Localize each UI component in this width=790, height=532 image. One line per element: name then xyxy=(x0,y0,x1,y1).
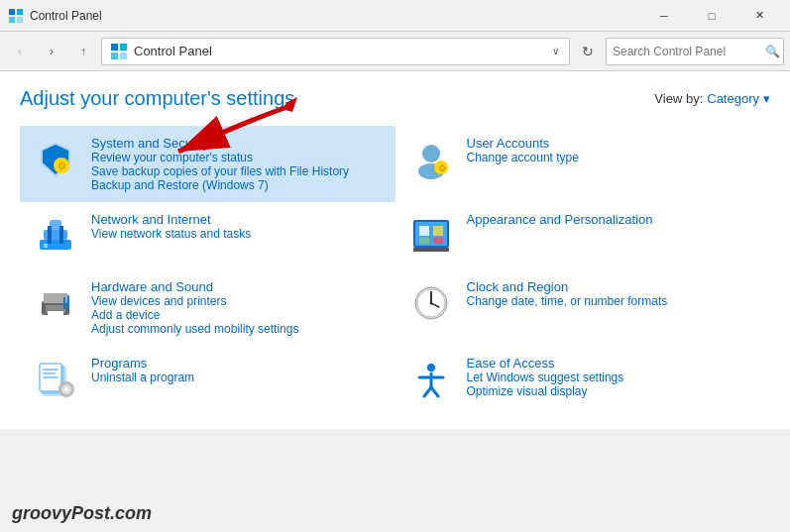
hardware-sound-icon xyxy=(32,279,79,327)
programs-item[interactable]: Programs Uninstall a program xyxy=(20,346,395,413)
svg-rect-2 xyxy=(9,17,15,23)
svg-rect-25 xyxy=(419,226,429,236)
appearance-content: Appearance and Personalization xyxy=(467,212,759,227)
svg-point-12 xyxy=(422,145,440,162)
search-field[interactable]: 🔍 xyxy=(606,38,784,65)
forward-button[interactable]: › xyxy=(38,38,65,65)
svg-text:⚙: ⚙ xyxy=(438,163,446,173)
hardware-sound-link-2[interactable]: Add a device xyxy=(91,308,384,322)
programs-link-1[interactable]: Uninstall a program xyxy=(91,371,384,384)
hardware-sound-item[interactable]: Hardware and Sound View devices and prin… xyxy=(20,269,395,346)
address-cp-icon xyxy=(110,43,128,60)
svg-rect-20 xyxy=(59,226,63,244)
programs-icon xyxy=(32,356,79,403)
svg-rect-33 xyxy=(63,297,65,309)
svg-rect-0 xyxy=(9,9,15,15)
hardware-sound-link-3[interactable]: Adjust commonly used mobility settings xyxy=(91,322,384,336)
address-text: Control Panel xyxy=(134,44,544,58)
hardware-sound-title[interactable]: Hardware and Sound xyxy=(91,279,213,294)
viewby-dropdown-icon[interactable]: ▾ xyxy=(763,91,770,106)
main-content: Adjust your computer's settings View by:… xyxy=(0,71,790,429)
svg-point-49 xyxy=(427,364,435,372)
user-accounts-icon: ⚙ xyxy=(407,136,455,183)
address-dropdown-icon[interactable]: ∨ xyxy=(550,46,561,56)
ease-access-icon xyxy=(407,356,455,403)
svg-rect-26 xyxy=(433,226,443,236)
svg-rect-21 xyxy=(44,244,48,248)
svg-rect-5 xyxy=(120,44,127,51)
svg-rect-32 xyxy=(48,311,63,317)
hardware-sound-link-1[interactable]: View devices and printers xyxy=(91,294,384,308)
search-icon[interactable]: 🔍 xyxy=(765,45,780,58)
system-security-link-1[interactable]: Review your computer's status xyxy=(91,151,384,164)
ease-access-title[interactable]: Ease of Access xyxy=(467,356,555,371)
watermark: groovyPost.com xyxy=(12,503,152,524)
svg-rect-7 xyxy=(120,53,127,59)
network-internet-item[interactable]: Network and Internet View network status… xyxy=(20,202,395,269)
app-icon xyxy=(8,8,24,24)
user-accounts-item[interactable]: ⚙ User Accounts Change account type xyxy=(395,126,771,202)
refresh-button[interactable]: ↻ xyxy=(574,38,602,65)
clock-region-content: Clock and Region Change date, time, or n… xyxy=(467,279,759,308)
user-accounts-content: User Accounts Change account type xyxy=(467,136,759,164)
network-internet-icon xyxy=(32,212,79,260)
window-controls: ─ □ ✕ xyxy=(641,0,782,32)
appearance-item[interactable]: Appearance and Personalization xyxy=(395,202,771,269)
system-security-icon: ⚙ xyxy=(32,136,79,183)
ease-access-link-1[interactable]: Let Windows suggest settings xyxy=(467,371,759,384)
programs-title[interactable]: Programs xyxy=(91,356,147,371)
svg-rect-17 xyxy=(44,230,67,240)
title-bar: Control Panel ─ □ ✕ xyxy=(0,0,790,32)
svg-line-52 xyxy=(424,387,431,396)
window-title: Control Panel xyxy=(30,9,641,23)
search-input[interactable] xyxy=(613,45,761,58)
svg-rect-43 xyxy=(43,369,58,371)
ease-access-item[interactable]: Ease of Access Let Windows suggest setti… xyxy=(395,346,771,413)
svg-rect-19 xyxy=(48,226,52,244)
system-security-link-3[interactable]: Backup and Restore (Windows 7) xyxy=(91,178,384,192)
clock-region-icon xyxy=(407,279,455,327)
page-title: Adjust your computer's settings xyxy=(20,87,294,110)
network-internet-title[interactable]: Network and Internet xyxy=(91,212,211,227)
svg-rect-34 xyxy=(67,295,69,311)
appearance-title[interactable]: Appearance and Personalization xyxy=(467,212,653,227)
svg-point-48 xyxy=(64,387,68,391)
svg-text:⚙: ⚙ xyxy=(57,160,66,171)
maximize-button[interactable]: □ xyxy=(689,0,734,32)
address-field[interactable]: Control Panel ∨ xyxy=(101,38,570,65)
svg-rect-27 xyxy=(419,238,429,244)
clock-region-link-1[interactable]: Change date, time, or number formats xyxy=(467,294,759,308)
hardware-sound-content: Hardware and Sound View devices and prin… xyxy=(91,279,384,336)
svg-rect-4 xyxy=(111,44,118,51)
view-by-control: View by: Category ▾ xyxy=(654,91,770,106)
svg-point-39 xyxy=(429,302,432,305)
viewby-label: View by: xyxy=(654,91,703,106)
ease-access-link-2[interactable]: Optimize visual display xyxy=(467,384,759,398)
system-security-title[interactable]: System and Security xyxy=(91,136,209,151)
svg-rect-45 xyxy=(43,376,58,378)
clock-region-item[interactable]: Clock and Region Change date, time, or n… xyxy=(395,269,771,346)
user-accounts-title[interactable]: User Accounts xyxy=(467,136,550,151)
svg-rect-6 xyxy=(111,53,118,59)
close-button[interactable]: ✕ xyxy=(736,0,782,32)
up-button[interactable]: ↑ xyxy=(69,38,97,65)
svg-rect-1 xyxy=(17,9,23,15)
system-security-link-2[interactable]: Save backup copies of your files with Fi… xyxy=(91,164,384,178)
viewby-value[interactable]: Category xyxy=(707,91,759,106)
svg-rect-3 xyxy=(17,17,23,23)
items-grid: ⚙ System and Security Review your comput… xyxy=(20,126,770,413)
appearance-icon xyxy=(407,212,455,260)
clock-region-title[interactable]: Clock and Region xyxy=(467,279,569,294)
svg-rect-44 xyxy=(43,372,56,374)
back-button[interactable]: ‹ xyxy=(6,38,34,65)
system-security-content: System and Security Review your computer… xyxy=(91,136,384,192)
programs-content: Programs Uninstall a program xyxy=(91,356,384,384)
minimize-button[interactable]: ─ xyxy=(641,0,687,32)
svg-rect-24 xyxy=(413,248,449,252)
page-header: Adjust your computer's settings View by:… xyxy=(20,87,770,110)
system-security-item[interactable]: ⚙ System and Security Review your comput… xyxy=(20,126,395,202)
network-internet-link-1[interactable]: View network status and tasks xyxy=(91,227,384,241)
address-bar: ‹ › ↑ Control Panel ∨ ↻ 🔍 xyxy=(0,32,790,71)
user-accounts-link-1[interactable]: Change account type xyxy=(467,151,759,164)
network-internet-content: Network and Internet View network status… xyxy=(91,212,384,241)
